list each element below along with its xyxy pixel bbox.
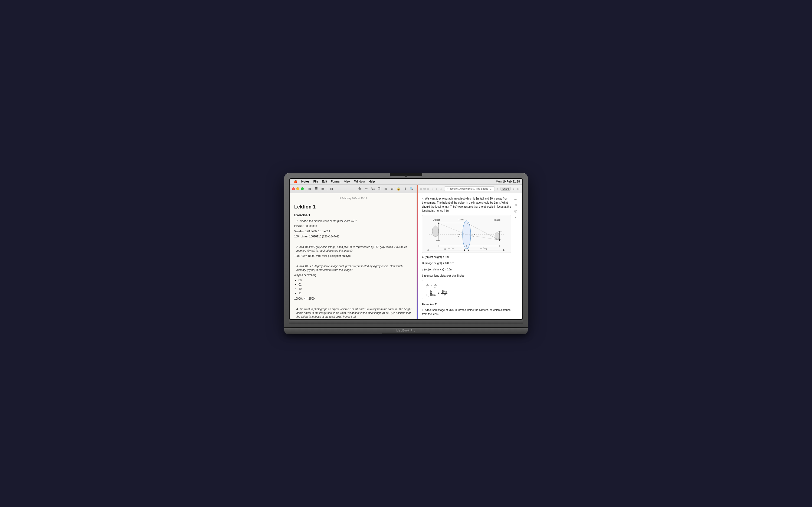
calendar-icon[interactable]: ⊡: [329, 186, 334, 191]
q2-text: 2. In a 100x100 grayscale image, each pi…: [296, 245, 412, 253]
address-text: lecture 1 excercises (1: The Basics -...…: [450, 187, 492, 190]
svg-text:— f —: — f —: [448, 247, 454, 249]
browser-vars1: G (object height) = 1m: [422, 255, 511, 259]
note-date: 9 February 2024 at 13:15: [294, 196, 412, 201]
export-icon[interactable]: ⬆: [403, 186, 408, 191]
svg-point-16: [432, 226, 439, 237]
browser-main: 4. We want to photograph an object which…: [422, 196, 511, 316]
q3-text: 3. In a 100 x 100 gray-scale image each …: [296, 265, 412, 272]
bullet-01: 01: [299, 283, 412, 287]
q3-answer1: 4 bytes nedvendig: [294, 273, 412, 277]
reader-mode-button[interactable]: ≡: [512, 186, 515, 191]
home-button[interactable]: ⌂: [440, 186, 443, 191]
font-icon[interactable]: Aa: [370, 186, 375, 191]
svg-text:Object: Object: [433, 219, 440, 221]
close-button[interactable]: [292, 187, 295, 190]
checklist-icon[interactable]: ☑: [376, 186, 382, 191]
app-content: ⊞ ☰ ▦ ⊡ 🗑 ✏ Aa ☑ ⊞ ⊕ 🔒: [290, 185, 522, 319]
search-icon[interactable]: 🔍: [409, 186, 414, 191]
back-button[interactable]: ‹: [430, 186, 434, 191]
help-menu[interactable]: Help: [367, 179, 376, 184]
view-menu[interactable]: View: [342, 179, 352, 184]
svg-point-35: [458, 234, 460, 235]
svg-text:g: g: [445, 248, 446, 250]
bullet-00: 00: [299, 278, 412, 283]
toolbar-sep-1: [327, 186, 327, 191]
exercise1-title: Exercise 1: [294, 213, 412, 218]
sidebar-toggle-icon[interactable]: ⊞: [307, 186, 312, 191]
lock-icon[interactable]: 🔒: [396, 186, 401, 191]
browser-exercise2-title: Exercise 2: [422, 302, 511, 306]
browser-vars2: B (Image height) = 0,001m: [422, 261, 511, 265]
compose-icon[interactable]: ✏: [363, 186, 369, 191]
traffic-lights: [292, 187, 304, 190]
svg-text:— f —: — f —: [480, 247, 487, 249]
maximize-button[interactable]: [301, 187, 304, 190]
macbook-base: MacBook Pro: [284, 328, 528, 334]
q4-text: 4. We want to photograph an object which…: [296, 307, 412, 319]
browser-q4-text: 4. We want to photograph an object which…: [422, 196, 511, 213]
apple-menu[interactable]: 🍎: [292, 179, 299, 184]
font-size-tool-icon[interactable]: Aa: [514, 198, 517, 201]
address-bar[interactable]: 📄 lecture 1 excercises (1: The Basics -.…: [444, 186, 495, 191]
browser-ex2-q1: 1. A focused image of Mick is formed ins…: [422, 308, 511, 316]
macbook-lid: 🍎 Notes File Edit Format View Window Hel…: [284, 173, 528, 327]
info-tool-icon[interactable]: ⓘ: [514, 209, 517, 213]
browser-traffic-lights: [420, 188, 429, 190]
grid-tool-icon[interactable]: ⊞: [514, 203, 517, 207]
svg-text:F: F: [458, 235, 459, 237]
math-formula-box: b B = g G: [422, 280, 511, 299]
macbook-bottom-bar: [289, 320, 523, 324]
browser-sidebar-tools: Aa ⊞ ⓘ ✂: [513, 196, 518, 316]
svg-text:Lens: Lens: [458, 218, 464, 221]
app-name-menu[interactable]: Notes: [300, 179, 311, 184]
sidebar-browser-button[interactable]: ⊞: [516, 186, 520, 191]
list-view-icon[interactable]: ☰: [313, 186, 319, 191]
screen-bezel: 🍎 Notes File Edit Format View Window Hel…: [289, 178, 523, 320]
media-icon[interactable]: ⊕: [390, 186, 395, 191]
notes-toolbar: ⊞ ☰ ▦ ⊡ 🗑 ✏ Aa ☑ ⊞ ⊕ 🔒: [290, 185, 416, 193]
q2-answer: 100x100 = 10000 fordi hver pixel fylder …: [294, 254, 412, 258]
screen: 🍎 Notes File Edit Format View Window Hel…: [290, 179, 522, 319]
q3-bullet-list: 00 01 10 11: [299, 278, 412, 295]
macbook-container: 🍎 Notes File Edit Format View Window Hel…: [284, 173, 528, 334]
add-tab-button[interactable]: +: [496, 186, 499, 191]
bullet-11: 11: [299, 291, 412, 295]
browser-toolbar: ‹ › ⌂ 📄 lecture 1 excercises (1: The Bas…: [418, 185, 522, 193]
link-tool-icon[interactable]: ✂: [514, 216, 517, 220]
table-icon[interactable]: ⊞: [383, 186, 389, 191]
menu-bar-right: Mon 19 Feb 21:18: [496, 180, 520, 183]
browser-vars3: g (object distance) = 10m: [422, 268, 511, 272]
forward-button[interactable]: ›: [435, 186, 439, 191]
window-menu[interactable]: Window: [353, 179, 366, 184]
minimize-button[interactable]: [296, 187, 299, 190]
q3-answer2: 10000 / 4 = 2500: [294, 297, 412, 301]
browser-panel: ‹ › ⌂ 📄 lecture 1 excercises (1: The Bas…: [418, 185, 522, 319]
macbook-label: MacBook Pro: [396, 329, 415, 332]
q1-text: 1. What is the bit sequence of the pixel…: [296, 219, 412, 223]
q1-answer3: 150 i binær: 10010110 (128+16+4+2): [294, 234, 412, 238]
browser-tl-2: [423, 188, 426, 190]
fraction-b-lower: b 0,001m: [426, 290, 436, 297]
file-menu[interactable]: File: [312, 179, 320, 184]
fraction-g-G: g G: [434, 282, 437, 289]
fraction-10m-1m: 10m 1m: [441, 290, 447, 297]
grid-view-icon[interactable]: ▦: [320, 186, 325, 191]
notes-editor[interactable]: 9 February 2024 at 13:15 Lektion 1 Exerc…: [290, 193, 416, 319]
notes-panel: ⊞ ☰ ▦ ⊡ 🗑 ✏ Aa ☑ ⊞ ⊕ 🔒: [290, 185, 417, 319]
browser-content[interactable]: 4. We want to photograph an object which…: [418, 193, 522, 319]
share-button[interactable]: Share: [501, 187, 511, 191]
browser-ex2-vars1: g (object distance) = 5m: [422, 318, 511, 319]
format-menu[interactable]: Format: [329, 179, 342, 184]
browser-tl-1: [420, 188, 422, 190]
browser-tl-3: [427, 188, 429, 190]
favicon-icon: 📄: [447, 188, 449, 190]
q1-answer1: Pladser: 00000000: [294, 224, 412, 228]
browser-vars4: b (sensor-lens distance) skal findes: [422, 274, 511, 278]
trash-icon[interactable]: 🗑: [357, 186, 362, 191]
menu-bar-left: 🍎 Notes File Edit Format View Window Hel…: [292, 179, 376, 184]
svg-text:b: b: [486, 248, 487, 250]
menu-bar: 🍎 Notes File Edit Format View Window Hel…: [290, 179, 522, 185]
edit-menu[interactable]: Edit: [320, 179, 328, 184]
svg-text:Image: Image: [494, 219, 501, 221]
